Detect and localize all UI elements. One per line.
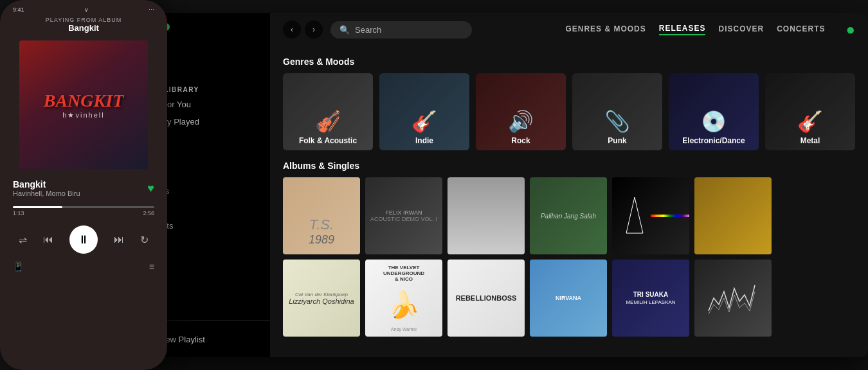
genres-section-title: Genres & Moods [283, 57, 855, 67]
album-card-rebellionboss[interactable]: REBELLIONBOSS [448, 260, 525, 337]
folk-label: Folk & Acoustic [299, 136, 357, 145]
progress-times: 1:13 2:56 [13, 210, 154, 216]
phone-bottom: 📱 ≡ [0, 259, 167, 274]
album-art-text: BANGKIT [44, 91, 123, 111]
phone-time: 9:41 [13, 6, 24, 13]
albums-row2: Cal Van der Klankpoep Lizziyarch Qoshidi… [283, 260, 855, 337]
nav-releases[interactable]: RELEASES [659, 24, 706, 35]
genre-card-electronic[interactable]: 💿 Electronic/Dance [669, 73, 759, 150]
phone-chevron[interactable]: ∨ [84, 6, 89, 13]
genre-card-indie[interactable]: 🎸 Indie [379, 73, 469, 150]
genres-grid: 🎻 Folk & Acoustic 🎸 Indie 🔊 Rock [283, 73, 855, 150]
album-art-sub: h★vinhell [62, 111, 104, 119]
nav-concerts[interactable]: CONCERTS [777, 24, 825, 35]
phone-album-art: BANGKIT h★vinhell [19, 40, 148, 169]
progress-bar-fill [13, 206, 62, 208]
play-pause-button[interactable]: ⏸ [69, 225, 98, 254]
topbar: ‹ › 🔍 GENRES & MOODS RELEASES DISCOVER C… [270, 13, 868, 46]
scene: 9:41 ∨ ⋯ PLAYING FROM ALBUM Bangkit BANG… [0, 0, 868, 370]
album-card-ts[interactable]: T.S. 1989 [283, 177, 360, 254]
metal-label: Metal [800, 136, 820, 145]
phone-more[interactable]: ⋯ [149, 6, 154, 13]
search-input[interactable] [355, 25, 463, 35]
main-content: ‹ › 🔍 GENRES & MOODS RELEASES DISCOVER C… [270, 13, 868, 357]
heart-icon[interactable]: ♥ [147, 182, 154, 195]
search-icon: 🔍 [339, 25, 350, 35]
electronic-label: Electronic/Dance [682, 136, 745, 145]
nav-genres-moods[interactable]: GENRES & MOODS [565, 24, 646, 35]
prev-button[interactable]: ⏮ [43, 234, 53, 245]
playing-from-album: Bangkit [0, 23, 167, 33]
rock-label: Rock [511, 136, 530, 145]
album-card-joy-division[interactable] [694, 260, 772, 337]
spotify-logo: ● [846, 21, 856, 39]
album-card-lizzy[interactable]: Cal Van der Klankpoep Lizziyarch Qoshidi… [283, 260, 360, 337]
shuffle-button[interactable]: ⇌ [19, 234, 27, 246]
scroll-area[interactable]: Genres & Moods 🎻 Folk & Acoustic 🎸 Indie [270, 46, 868, 357]
progress-total: 2:56 [143, 210, 154, 216]
nav-forward-button[interactable]: › [305, 21, 323, 39]
nav-discover[interactable]: DISCOVER [718, 24, 764, 35]
genre-card-metal[interactable]: 🎸 Metal [765, 73, 855, 150]
next-button[interactable]: ⏭ [114, 234, 124, 245]
album-card-nirvana[interactable]: NIRVANA [530, 260, 607, 337]
album-card-velvet[interactable]: THE VELVETUNDERGROUND& NICO 🍌 Andy Warho… [365, 260, 442, 337]
album-card-beatles[interactable] [448, 177, 525, 254]
rock-icon: 🔊 [508, 109, 534, 134]
repeat-button[interactable]: ↻ [140, 234, 149, 246]
progress-bar-bg[interactable] [13, 206, 154, 208]
phone-song-info: Bangkit Havinhell, Momo Biru ♥ [0, 174, 167, 202]
genre-card-rock[interactable]: 🔊 Rock [476, 73, 566, 150]
phone-queue-icon[interactable]: ≡ [149, 261, 154, 272]
album-card-palihan[interactable]: Palihan Jang Salah [530, 177, 607, 254]
metal-icon: 🎸 [797, 109, 823, 134]
phone-controls: ⇌ ⏮ ⏸ ⏭ ↻ [0, 220, 167, 259]
electronic-icon: 💿 [701, 109, 727, 134]
phone-device-icon[interactable]: 📱 [13, 261, 24, 272]
album-card-trisuaka[interactable]: TRI SUAKA MEMILIH LEPASKAN [612, 260, 689, 337]
playing-from-label: PLAYING FROM ALBUM [0, 17, 167, 23]
search-bar[interactable]: 🔍 [330, 21, 472, 39]
top-nav: GENRES & MOODS RELEASES DISCOVER CONCERT… [480, 21, 855, 39]
progress-current: 1:13 [13, 210, 24, 216]
folk-icon: 🎻 [315, 109, 341, 134]
nav-back-button[interactable]: ‹ [283, 21, 301, 39]
mobile-phone: 9:41 ∨ ⋯ PLAYING FROM ALBUM Bangkit BANG… [0, 0, 167, 370]
nav-arrows: ‹ › [283, 21, 323, 39]
albums-section-title: Albums & Singles [283, 161, 855, 171]
genre-card-punk[interactable]: 📎 Punk [572, 73, 662, 150]
indie-icon: 🎸 [411, 109, 437, 134]
punk-icon: 📎 [604, 109, 630, 134]
phone-playing-from: PLAYING FROM ALBUM Bangkit [0, 15, 167, 35]
phone-progress: 1:13 2:56 [0, 206, 167, 216]
phone-top-bar: 9:41 ∨ ⋯ [0, 0, 167, 15]
song-title: Bangkit [13, 179, 80, 189]
artist-name: Havinhell, Momo Biru [13, 189, 80, 197]
album-card-dsotm[interactable] [612, 177, 689, 254]
albums-row1: T.S. 1989 FELIX IRWAN ACOUSTIC DEMO VOL.… [283, 177, 855, 254]
genre-card-folk[interactable]: 🎻 Folk & Acoustic [283, 73, 373, 150]
desktop-window: Browse Radio YOUR LIBRARY Made For You R… [129, 13, 868, 357]
album-card-portrait[interactable] [694, 177, 772, 254]
album-card-felix[interactable]: FELIX IRWAN ACOUSTIC DEMO VOL. I [365, 177, 442, 254]
svg-marker-0 [626, 197, 643, 233]
indie-label: Indie [415, 136, 433, 145]
punk-label: Punk [608, 136, 626, 145]
